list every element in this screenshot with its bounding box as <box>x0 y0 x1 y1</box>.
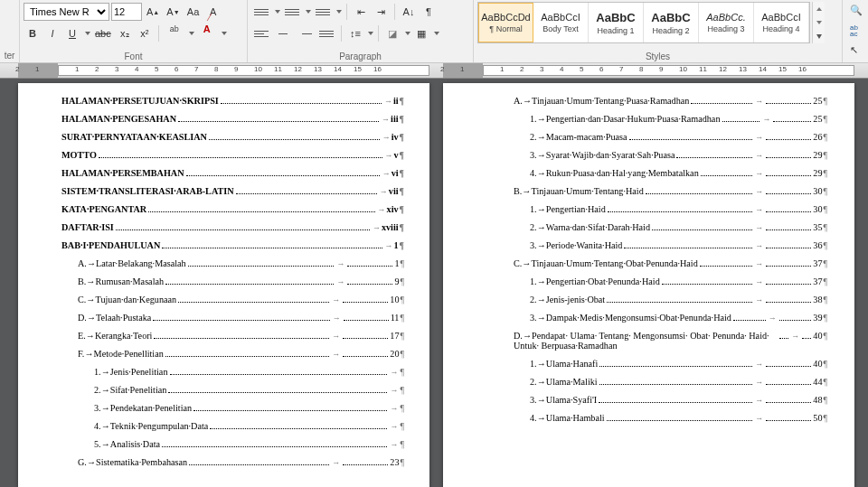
toc-leader-dots <box>700 266 753 267</box>
ruler-number: 6 <box>175 65 178 73</box>
pilcrow-icon: ¶ <box>823 204 827 214</box>
separator <box>394 4 395 20</box>
multilevel-dropdown-icon[interactable] <box>336 10 342 14</box>
bold-button[interactable]: B <box>24 24 42 42</box>
ruler-number: 3 <box>540 65 543 73</box>
toc-title: A.→Tinjauan·Umum·Tentang·Puasa·Ramadhan <box>514 96 689 106</box>
tab-mark-icon: → <box>385 241 393 250</box>
shading-button[interactable]: ◪ <box>383 24 401 42</box>
align-right-button[interactable] <box>295 24 315 42</box>
toc-entry: 1.→Pengertian·Obat·Penunda·Haid→37¶ <box>530 276 827 286</box>
style-item-heading-1[interactable]: AaBbCHeading 1 <box>589 3 644 42</box>
ruler-number: 16 <box>373 65 382 73</box>
clear-formatting-button[interactable]: A⁄ <box>204 3 222 21</box>
style-item-heading-3[interactable]: AaBbCc.Heading 3 <box>699 3 754 42</box>
change-case-button[interactable]: Aa <box>184 3 203 21</box>
toc-title: KATA·PENGANTAR <box>61 204 146 214</box>
separator <box>346 4 347 20</box>
align-center-button[interactable] <box>273 24 293 42</box>
toc-leader-dots <box>766 420 811 421</box>
strikethrough-button[interactable]: abc <box>92 24 114 42</box>
document-area[interactable]: HALAMAN·PERSETUJUAN·SKRIPSI→ii¶HALAMAN·P… <box>0 79 868 487</box>
toc-title: 3.→Pendekatan·Penelitian <box>94 403 192 413</box>
toc-entry: 4.→Teknik·Pengumpulan·Data→¶ <box>94 421 404 431</box>
toc-title: 2.→Warna·dan·Sifat·Darah·Haid <box>530 222 650 232</box>
toc-page-number: iii <box>391 114 399 124</box>
toc-leader-dots <box>165 356 329 357</box>
toc-leader-dots <box>599 366 752 367</box>
borders-dropdown-icon[interactable] <box>434 32 439 35</box>
tab-mark-icon: → <box>332 295 340 304</box>
toc-title: 1.→Pengertian·dan·Dasar·Hukum·Puasa·Rama… <box>530 114 721 124</box>
subscript-button[interactable]: x₂ <box>116 24 134 42</box>
tab-mark-icon: → <box>332 458 340 467</box>
style-item--normal[interactable]: AaBbCcDd¶ Normal <box>478 3 533 42</box>
ruler-number: 7 <box>194 65 198 73</box>
toc-entry: 2.→Macam-macam·Puasa→26¶ <box>530 132 827 142</box>
borders-button[interactable]: ▦ <box>412 24 430 42</box>
tab-mark-icon: → <box>755 360 763 369</box>
toc-entry: 2.→Warna·dan·Sifat·Darah·Haid→35¶ <box>530 222 827 232</box>
styles-gallery-more[interactable] <box>812 2 825 43</box>
pilcrow-icon: ¶ <box>400 96 404 106</box>
pilcrow-icon: ¶ <box>400 186 404 196</box>
line-spacing-dropdown-icon[interactable] <box>368 32 373 35</box>
style-item-heading-2[interactable]: AaBbCHeading 2 <box>644 3 699 42</box>
ruler-number: 11 <box>699 65 707 73</box>
toc-leader-dots <box>766 175 811 176</box>
increase-indent-button[interactable]: ⇥ <box>372 3 390 21</box>
pilcrow-icon: ¶ <box>823 313 827 323</box>
pilcrow-icon: ¶ <box>400 439 404 449</box>
select-button[interactable]: ↖ <box>846 42 864 60</box>
style-item-body-text[interactable]: AaBbCcIBody Text <box>533 3 589 42</box>
find-button[interactable]: 🔍 <box>846 2 864 20</box>
tab-mark-icon: → <box>382 115 390 124</box>
text-highlight-button[interactable]: ab <box>164 24 185 42</box>
shrink-font-button[interactable]: A▼ <box>164 3 182 21</box>
style-item-heading-4[interactable]: AaBbCcIHeading 4 <box>754 3 809 42</box>
font-size-input[interactable] <box>111 3 142 21</box>
numbering-dropdown-icon[interactable] <box>306 10 311 14</box>
horizontal-ruler[interactable]: 2112345678910111213141516211234567891011… <box>0 63 868 79</box>
bullets-button[interactable] <box>251 3 271 21</box>
clipboard-label-stub: ter <box>1 49 18 61</box>
decrease-indent-button[interactable]: ⇤ <box>352 3 370 21</box>
tab-mark-icon: → <box>390 440 398 449</box>
pilcrow-icon: ¶ <box>823 222 827 232</box>
replace-button[interactable]: abac <box>846 22 864 40</box>
toc-leader-dots <box>221 103 382 104</box>
toc-page-number: xviii <box>382 222 399 232</box>
ruler-number: 2 <box>440 65 444 73</box>
superscript-button[interactable]: x² <box>136 24 154 42</box>
underline-dropdown-icon[interactable] <box>85 32 90 35</box>
numbering-button[interactable] <box>282 3 302 21</box>
font-color-button[interactable]: A <box>196 24 218 42</box>
tab-mark-icon: → <box>390 386 398 395</box>
line-spacing-button[interactable]: ↕≡ <box>346 24 364 42</box>
tab-mark-icon: → <box>332 350 340 359</box>
styles-gallery[interactable]: AaBbCcDd¶ NormalAaBbCcIBody TextAaBbCHea… <box>477 2 810 43</box>
toc-page-number: 25 <box>813 96 822 106</box>
multilevel-button[interactable] <box>313 3 333 21</box>
ruler-number: 12 <box>719 65 727 73</box>
toc-entry: 3.→Ulama·Syafi'I→48¶ <box>530 395 827 405</box>
toc-leader-dots <box>599 402 752 403</box>
justify-button[interactable] <box>316 24 336 42</box>
font-color-dropdown-icon[interactable] <box>222 32 227 35</box>
toc-entry: G.→Sistematika·Pembahasan→23¶ <box>78 457 404 467</box>
font-family-select[interactable]: Times New R <box>24 3 109 21</box>
toc-entry: A.→Latar·Belakang·Masalah→1¶ <box>78 258 404 268</box>
sort-button[interactable]: A↓ <box>400 3 418 21</box>
show-marks-button[interactable]: ¶ <box>420 3 438 21</box>
align-left-button[interactable] <box>251 24 271 42</box>
grow-font-button[interactable]: A▲ <box>144 3 162 21</box>
toc-leader-dots <box>193 410 387 411</box>
toc-entry: 4.→Rukun·Puasa·dan·Hal·yang·Membatalkan→… <box>530 168 827 178</box>
underline-button[interactable]: U <box>63 24 81 42</box>
tab-mark-icon: → <box>390 422 398 431</box>
shading-dropdown-icon[interactable] <box>405 32 410 35</box>
highlight-dropdown-icon[interactable] <box>189 32 194 35</box>
italic-button[interactable]: I <box>43 24 61 42</box>
style-label: Heading 1 <box>597 26 634 35</box>
bullets-dropdown-icon[interactable] <box>275 10 280 14</box>
